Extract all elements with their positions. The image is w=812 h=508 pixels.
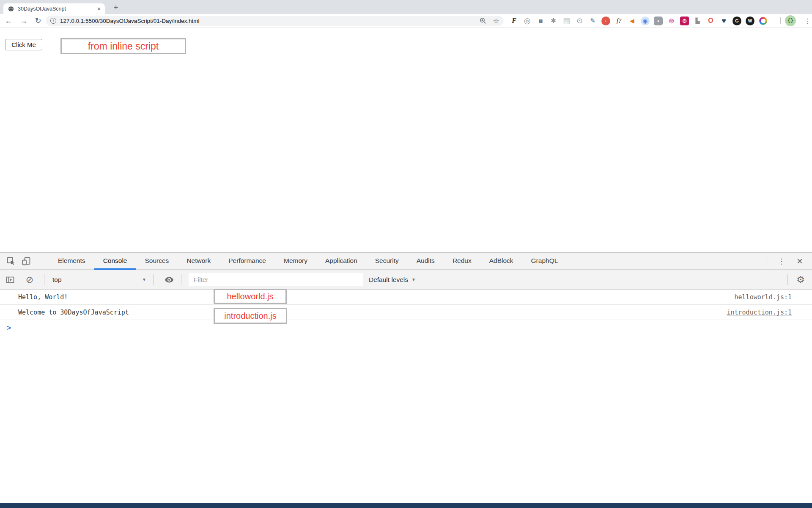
w-circle-chip: W <box>746 17 754 25</box>
circle-dot-extension-icon[interactable]: ⊙ <box>573 14 586 28</box>
devtools-tabs: Elements Console Sources Network Perform… <box>49 253 567 270</box>
tab-redux[interactable]: Redux <box>444 253 480 270</box>
inspect-element-icon[interactable] <box>6 256 16 266</box>
source-link[interactable]: introduction.js:1 <box>727 309 792 316</box>
toolbar-separator-1 <box>44 274 44 285</box>
eyedropper-extension-icon[interactable]: ✎ <box>586 14 599 28</box>
back-icon[interactable]: ← <box>3 14 14 28</box>
console-toolbar: ⊘ top ▼ Default levels ▼ ⚙ <box>0 270 812 290</box>
target-dial-extension-icon[interactable]: ◎ <box>521 14 534 28</box>
tab-memory[interactable]: Memory <box>275 253 316 270</box>
console-message-text: Welcome to 30DaysOfJavaScript <box>18 309 129 316</box>
pink-gear-chip: ⚙ <box>680 17 689 25</box>
console-row: Hello, World! helloworld.js:1 <box>0 290 812 305</box>
devtools-panel: Elements Console Sources Network Perform… <box>0 252 812 503</box>
tab-security[interactable]: Security <box>366 253 408 270</box>
browser-menu-icon[interactable]: ⋮ <box>804 16 812 26</box>
zoom-magnifier-icon[interactable] <box>480 17 486 24</box>
f-question-extension-icon[interactable]: f? <box>612 14 625 28</box>
device-toolbar-icon[interactable] <box>21 256 31 266</box>
toolbar-separator-4 <box>787 274 788 285</box>
profile-avatar[interactable]: {} <box>785 15 796 26</box>
blue-ring-extension-icon[interactable]: ◉ <box>639 14 652 28</box>
bug-extension-icon[interactable]: ✱ <box>547 14 560 28</box>
tab-elements[interactable]: Elements <box>49 253 94 270</box>
extensions-row: F ◎ ▮▮ ✱ ▦ ⊙ ✎ ▪ f? ◀ ◉ ● ⊛ ⚙ ▙ O ♥ G W <box>508 14 770 28</box>
pixel-grid-extension-icon[interactable]: ▦ <box>560 14 573 28</box>
tab-performance[interactable]: Performance <box>219 253 275 270</box>
reload-icon[interactable]: ↻ <box>32 14 44 28</box>
toolbar-separator-3 <box>181 274 181 285</box>
page-content: Click Me from inline script <box>0 28 812 252</box>
log-level-selector[interactable]: Default levels ▼ <box>369 270 416 290</box>
prompt-chevron-icon: > <box>7 324 11 332</box>
camera-chip: ● <box>654 17 663 25</box>
tab-sources[interactable]: Sources <box>136 253 178 270</box>
log-level-caret-icon: ▼ <box>411 277 416 282</box>
w-circle-extension-icon[interactable]: W <box>743 14 757 28</box>
blue-ring-chip: ◉ <box>641 17 650 25</box>
g-circle-chip: G <box>732 17 741 25</box>
devtools-tab-bar: Elements Console Sources Network Perform… <box>0 253 812 270</box>
pause-bars-extension-icon[interactable]: ▮▮ <box>534 14 547 28</box>
toolbar-separator-2 <box>153 274 154 285</box>
filter-input[interactable] <box>189 273 363 286</box>
rainbow-ring-extension-icon[interactable] <box>757 14 770 28</box>
screen: 30DaysOfJavaScript × + ← → ↻ i 127.0.0.1… <box>0 0 812 508</box>
address-bar[interactable]: i 127.0.0.1:5500/30DaysOfJavaScript/01-D… <box>46 16 503 26</box>
heart-search-extension-icon[interactable]: ♥ <box>717 14 730 28</box>
settings-gear-icon[interactable]: ⚙ <box>794 270 807 290</box>
g-circle-extension-icon[interactable]: G <box>730 14 743 28</box>
browser-tab-title: 30DaysOfJavaScript <box>18 6 97 12</box>
cursive-f-extension-icon[interactable]: F <box>508 14 521 28</box>
tab-adblock[interactable]: AdBlock <box>480 253 522 270</box>
url-text[interactable]: 127.0.0.1:5500/30DaysOfJavaScript/01-Day… <box>60 18 199 24</box>
tab-close-icon[interactable]: × <box>97 6 101 12</box>
toolbar-separator <box>780 17 781 24</box>
orange-o-extension-icon[interactable]: O <box>704 14 717 28</box>
tab-console[interactable]: Console <box>94 253 136 270</box>
browser-tab[interactable]: 30DaysOfJavaScript × <box>3 3 105 14</box>
context-caret-icon[interactable]: ▼ <box>142 270 146 290</box>
browser-toolbar: ← → ↻ i 127.0.0.1:5500/30DaysOfJavaScrip… <box>0 14 812 28</box>
console-prompt[interactable]: > <box>0 320 812 336</box>
tab-network[interactable]: Network <box>178 253 219 270</box>
camera-extension-icon[interactable]: ● <box>652 14 665 28</box>
new-tab-button[interactable]: + <box>111 3 121 13</box>
blocks-extension-icon[interactable]: ▙ <box>691 14 704 28</box>
tab-application[interactable]: Application <box>316 253 366 270</box>
megaphone-extension-icon[interactable]: ◀ <box>625 14 639 28</box>
log-level-label: Default levels <box>369 276 408 284</box>
context-selector[interactable]: top <box>52 270 62 290</box>
clear-console-icon[interactable]: ⊘ <box>25 275 35 285</box>
tab-audits[interactable]: Audits <box>408 253 444 270</box>
console-sidebar-toggle-icon[interactable] <box>5 275 15 285</box>
devtools-menu-icon[interactable]: ⋮ <box>776 253 787 270</box>
site-info-icon[interactable]: i <box>50 18 56 24</box>
console-row: Welcome to 30DaysOfJavaScript introducti… <box>0 305 812 320</box>
tab-bar-right-separator <box>766 257 766 266</box>
inline-script-annotation: from inline script <box>60 38 186 54</box>
console-message-text: Hello, World! <box>18 293 68 301</box>
tab-graphql[interactable]: GraphQL <box>522 253 567 270</box>
browser-tab-strip: 30DaysOfJavaScript × + <box>0 0 812 14</box>
hand-block-extension-icon[interactable]: ▪ <box>599 14 612 28</box>
click-me-button[interactable]: Click Me <box>5 39 42 50</box>
tab-bar-separator <box>40 256 40 266</box>
forward-icon[interactable]: → <box>18 14 30 28</box>
favicon-globe-icon <box>8 6 14 12</box>
bookmark-star-icon[interactable]: ☆ <box>493 17 499 25</box>
bottom-window-edge <box>0 503 812 508</box>
console-messages: Hello, World! helloworld.js:1 Welcome to… <box>0 290 812 336</box>
hand-block-chip: ▪ <box>601 17 610 25</box>
helloworld-annotation: helloworld.js <box>214 289 287 304</box>
rainbow-ring <box>759 17 767 25</box>
live-expression-eye-icon[interactable] <box>164 275 174 285</box>
source-link[interactable]: helloworld.js:1 <box>735 293 792 301</box>
atom-extension-icon[interactable]: ⊛ <box>665 14 678 28</box>
introduction-annotation: introduction.js <box>214 308 287 324</box>
devtools-close-icon[interactable]: × <box>793 253 806 270</box>
pink-gear-extension-icon[interactable]: ⚙ <box>678 14 691 28</box>
